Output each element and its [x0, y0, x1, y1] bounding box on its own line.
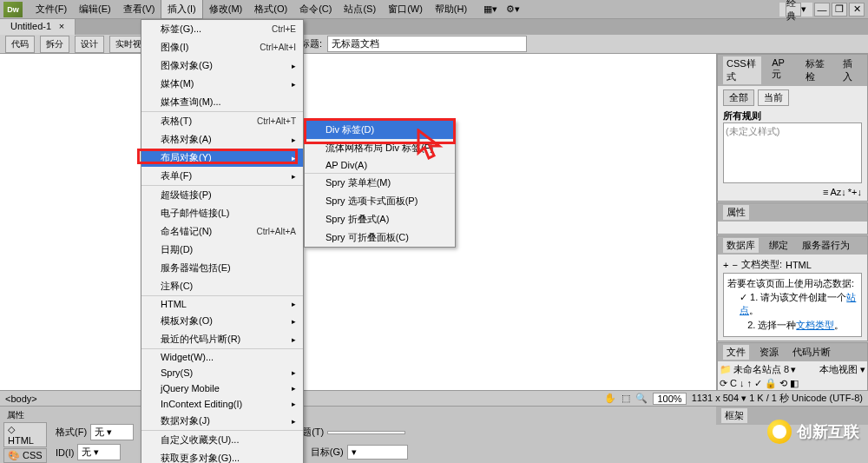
insert-menu-item[interactable]: 布局对象(Y)▸	[141, 149, 303, 167]
doc-type-link[interactable]: 文档类型	[796, 320, 834, 330]
file-tool-icon[interactable]: ⟲	[779, 378, 787, 389]
file-tool-icon[interactable]: 🔒	[765, 378, 777, 389]
site-dropdown[interactable]: 📁未命名站点 8 ▾	[720, 363, 818, 376]
layout-submenu-item[interactable]: Spry 菜单栏(M)	[305, 174, 455, 192]
hand-tool-icon[interactable]: ✋	[604, 393, 616, 404]
menu-help[interactable]: 帮助(H)	[429, 0, 473, 18]
title-input[interactable]	[327, 431, 405, 434]
menu-file[interactable]: 文件(F)	[30, 0, 73, 18]
menu-commands[interactable]: 命令(C)	[293, 0, 338, 18]
insert-menu-item[interactable]: 表单(F)▸	[141, 167, 303, 186]
insert-menu-item[interactable]: 图像(I)Ctrl+Alt+I	[141, 38, 303, 56]
assets-tab[interactable]: 资源	[756, 345, 782, 360]
css-rules-list[interactable]: (未定义样式)	[723, 122, 862, 183]
file-tool-icon[interactable]: C	[730, 378, 737, 389]
css-all-tab[interactable]: 全部	[723, 89, 754, 106]
insert-menu-item[interactable]: 命名锚记(N)Ctrl+Alt+A	[141, 222, 303, 241]
insert-menu-item[interactable]: 标签(G)...Ctrl+E	[141, 20, 303, 38]
menu-format[interactable]: 格式(O)	[248, 0, 293, 18]
target-select[interactable]: ▾	[347, 445, 408, 460]
css-tool-icon[interactable]: *+↓	[848, 187, 862, 197]
ap-elements-tab[interactable]: AP 元	[768, 56, 795, 84]
layout-submenu-item[interactable]: 流体网格布局 Div 标签(F)	[305, 139, 455, 157]
props-html-tab[interactable]: ◇ HTML	[3, 422, 47, 447]
insert-tab[interactable]: 插入	[839, 56, 862, 84]
window-size-info[interactable]: 1131 x 504 ▾ 1 K / 1 秒 Unicode (UTF-8)	[692, 392, 863, 405]
props-css-tab[interactable]: 🎨 CSS	[3, 448, 47, 463]
zoom-tool-icon[interactable]: 🔍	[635, 393, 648, 404]
insert-menu-item[interactable]: 媒体(M)▸	[141, 75, 303, 93]
add-icon[interactable]: +	[723, 260, 728, 270]
file-tool-icon[interactable]: ✓	[754, 378, 762, 389]
window-minimize[interactable]: —	[814, 3, 830, 17]
document-tab-close-icon[interactable]: ×	[59, 21, 64, 31]
workspace-layout[interactable]: 经典 ▾	[779, 3, 812, 17]
expand-icon[interactable]: ◧	[790, 378, 799, 389]
layout-submenu-item[interactable]: Spry 可折叠面板(C)	[305, 228, 455, 247]
app-logo: Dw	[3, 2, 23, 17]
attributes-tab[interactable]: 属性	[723, 205, 749, 220]
insert-menu-item[interactable]: 日期(D)	[141, 241, 303, 259]
select-tool-icon[interactable]: ⬚	[621, 393, 630, 404]
view-design-button[interactable]: 设计	[75, 36, 104, 53]
css-tool-icon[interactable]: Az↓	[830, 187, 845, 197]
insert-menu-item[interactable]: 表格对象(A)▸	[141, 130, 303, 149]
zoom-level[interactable]: 100%	[653, 393, 686, 405]
insert-menu-item[interactable]: 模板对象(O)▸	[141, 312, 303, 330]
layout-submenu-item[interactable]: AP Div(A)	[305, 157, 455, 174]
document-toolbar: 代码 拆分 设计 实时视图 标题: 无标题文档	[0, 35, 868, 54]
view-split-button[interactable]: 拆分	[40, 36, 69, 53]
file-tool-icon[interactable]: ↓	[740, 378, 745, 389]
insert-menu-item[interactable]: InContext Editing(I)▸	[141, 396, 303, 412]
tag-inspector-tab[interactable]: 标签检	[802, 56, 832, 84]
insert-menu-item[interactable]: Widget(W)...	[141, 349, 303, 365]
menu-window[interactable]: 窗口(W)	[382, 0, 429, 18]
watermark: 创新互联	[767, 420, 859, 444]
css-current-tab[interactable]: 当前	[758, 89, 789, 106]
files-tab[interactable]: 文件	[723, 345, 749, 360]
window-close[interactable]: ✕	[849, 3, 865, 17]
id-select[interactable]: 无 ▾	[77, 444, 121, 460]
insert-menu-item[interactable]: jQuery Mobile▸	[141, 380, 303, 396]
layout-submenu-item[interactable]: Spry 折叠式(A)	[305, 210, 455, 228]
insert-menu-item[interactable]: 注释(C)	[141, 277, 303, 296]
menu-insert[interactable]: 插入(I)	[161, 0, 202, 19]
snippets-tab[interactable]: 代码片断	[789, 345, 834, 360]
bindings-tab[interactable]: 绑定	[766, 238, 792, 253]
insert-menu-item[interactable]: 媒体查询(M)...	[141, 93, 303, 112]
frames-tab[interactable]: 框架	[721, 408, 747, 423]
server-behaviors-tab[interactable]: 服务器行为	[799, 238, 853, 253]
databases-tab[interactable]: 数据库	[723, 238, 759, 253]
insert-menu-item[interactable]: 最近的代码片断(R)▸	[141, 330, 303, 349]
tag-selector[interactable]: <body>	[5, 394, 37, 404]
doc-title-input[interactable]: 无标题文档	[327, 36, 527, 52]
insert-menu-item[interactable]: 自定义收藏夹(U)...	[141, 431, 303, 449]
layout-toggle-icon[interactable]: ▦▾	[483, 3, 497, 15]
extension-icon[interactable]: ⚙▾	[506, 3, 520, 15]
insert-menu-item[interactable]: 电子邮件链接(L)	[141, 204, 303, 222]
insert-menu-item[interactable]: 表格(T)Ctrl+Alt+T	[141, 112, 303, 130]
file-tool-icon[interactable]: ⟳	[720, 378, 727, 389]
css-styles-tab[interactable]: CSS样式	[723, 56, 761, 84]
insert-menu-item[interactable]: 图像对象(G)▸	[141, 56, 303, 75]
insert-menu-item[interactable]: 服务器端包括(E)	[141, 259, 303, 277]
menu-edit[interactable]: 编辑(E)	[73, 0, 117, 18]
file-tool-icon[interactable]: ↑	[746, 378, 752, 389]
insert-menu-item[interactable]: 数据对象(J)▸	[141, 412, 303, 431]
layout-submenu-item[interactable]: Spry 选项卡式面板(P)	[305, 192, 455, 210]
menu-site[interactable]: 站点(S)	[338, 0, 382, 18]
remove-icon[interactable]: −	[732, 260, 737, 270]
view-code-button[interactable]: 代码	[5, 36, 35, 53]
window-restore[interactable]: ❐	[832, 3, 847, 17]
menu-view[interactable]: 查看(V)	[117, 0, 161, 18]
menu-modify[interactable]: 修改(M)	[203, 0, 249, 18]
format-select[interactable]: 无 ▾	[90, 424, 134, 440]
view-dropdown[interactable]: 本地视图 ▾	[819, 363, 865, 376]
document-tab[interactable]: Untitled-1 ×	[0, 19, 76, 35]
insert-menu-item[interactable]: 获取更多对象(G)...	[141, 449, 303, 463]
layout-submenu-item[interactable]: Div 标签(D)	[305, 121, 455, 139]
insert-menu-item[interactable]: HTML▸	[141, 296, 303, 312]
insert-menu-item[interactable]: Spry(S)▸	[141, 365, 303, 380]
css-tool-icon[interactable]: ≡	[823, 187, 828, 197]
insert-menu-item[interactable]: 超级链接(P)	[141, 186, 303, 204]
